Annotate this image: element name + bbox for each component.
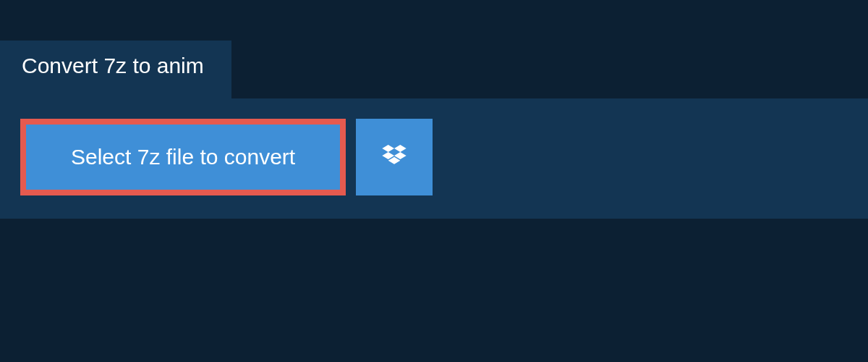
dropbox-button[interactable] [356, 119, 433, 195]
dropbox-icon [380, 141, 409, 173]
tab-strip: Convert 7z to anim [0, 0, 868, 98]
button-row: Select 7z file to convert [20, 119, 848, 195]
select-file-button[interactable]: Select 7z file to convert [20, 119, 346, 195]
select-file-label: Select 7z file to convert [71, 145, 295, 169]
page-title-tab: Convert 7z to anim [0, 41, 231, 98]
page-title: Convert 7z to anim [22, 54, 204, 77]
upload-panel: Select 7z file to convert [0, 98, 868, 219]
